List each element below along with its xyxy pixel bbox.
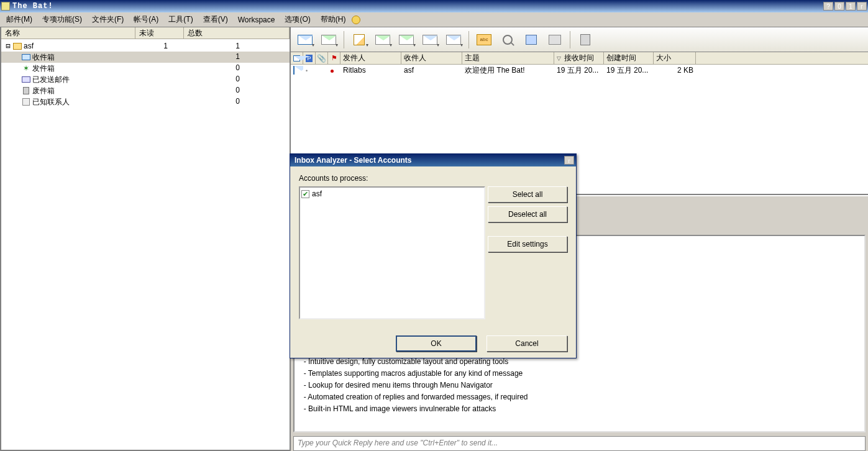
help-button[interactable]: ? (823, 2, 833, 11)
folder-icon (13, 43, 22, 50)
tree-sent-label: 已发送邮件 (31, 75, 70, 85)
edit-settings-button[interactable]: Edit settings (488, 236, 567, 252)
forward-icon (423, 35, 437, 45)
select-all-button[interactable]: Select all (488, 186, 567, 203)
maximize-button[interactable]: 1 (846, 2, 856, 11)
cancel-button[interactable]: Cancel (487, 335, 567, 352)
msg-sender: Ritlabs (340, 66, 401, 75)
menu-account[interactable]: 帐号(A) (130, 13, 162, 26)
print-button[interactable] (544, 30, 565, 50)
tree-trash-total: 0 (186, 86, 290, 96)
envelope-icon (293, 55, 300, 62)
tree-contacts-total: 0 (186, 97, 290, 107)
contacts-icon (22, 98, 30, 106)
msg-created: 19 五月 20... (604, 65, 654, 76)
tree-sent-total: 0 (186, 75, 290, 85)
delete-icon (580, 34, 590, 45)
msg-size: 2 KB (654, 66, 696, 75)
tree-account[interactable]: ⊟asf 1 1 (1, 40, 290, 52)
tree-inbox-total: 1 (186, 52, 290, 63)
tree-outbox[interactable]: ✶发件箱 0 (1, 63, 290, 74)
tree-contacts[interactable]: 已知联系人 0 (1, 96, 290, 107)
col-recipient[interactable]: 收件人 (401, 52, 462, 64)
ok-button[interactable]: OK (396, 335, 477, 352)
menu-folder[interactable]: 文件夹(F) (88, 13, 127, 26)
receive-button[interactable] (295, 30, 316, 50)
flag-dot-icon (331, 70, 334, 73)
deselect-all-button[interactable]: Deselect all (488, 206, 567, 222)
window-title: The Bat! (12, 2, 53, 11)
folder-tree[interactable]: ⊟asf 1 1 收件箱 1 ✶发件箱 0 (1, 39, 290, 450)
message-row[interactable]: • Ritlabs asf 欢迎使用 The Bat! 19 五月 20... … (291, 65, 868, 76)
col-created[interactable]: 创建时间 (604, 52, 654, 64)
tree-trash-label: 废件箱 (31, 86, 55, 96)
account-item-label: asf (312, 189, 322, 198)
col-sender[interactable]: 发件人 (340, 52, 401, 64)
msg-received: 19 五月 20... (554, 65, 604, 76)
account-list[interactable]: ✔ asf (299, 186, 485, 319)
tree-account-unread: 1 (138, 42, 186, 50)
separator (344, 31, 344, 48)
col-subject[interactable]: 主题 (462, 52, 554, 64)
col-size[interactable]: 大小 (654, 52, 696, 64)
abc-icon: abc (477, 34, 491, 45)
account-item[interactable]: ✔ asf (301, 189, 483, 199)
tree-account-total: 1 (186, 42, 290, 50)
redirect-icon (446, 35, 461, 45)
tree-trash[interactable]: 废件箱 0 (1, 85, 290, 96)
reply-all-button[interactable] (396, 30, 417, 50)
col-attach-icon[interactable]: 📎 (316, 52, 328, 64)
compose-icon (354, 34, 365, 45)
menubar: 邮件(M) 专项功能(S) 文件夹(F) 帐号(A) 工具(T) 查看(V) W… (0, 12, 868, 27)
flag-icon: ⚑ (331, 54, 337, 62)
print-icon (549, 35, 561, 45)
menu-workspace[interactable]: Workspace (234, 14, 279, 25)
folder-tree-panel: 名称 未读 总数 ⊟asf 1 1 收件箱 1 ✶发件 (0, 27, 291, 451)
close-button[interactable]: r (857, 2, 867, 11)
delete-button[interactable] (575, 30, 596, 50)
trash-icon (23, 87, 29, 94)
menu-mail[interactable]: 邮件(M) (2, 13, 36, 26)
search-icon (503, 35, 513, 45)
menu-help[interactable]: 帮助(H) (317, 13, 350, 26)
col-unread[interactable]: 未读 (135, 27, 184, 39)
col-status-icon[interactable] (291, 52, 303, 64)
addressbook-button[interactable] (521, 30, 542, 50)
spellcheck-button[interactable]: abc (473, 30, 495, 50)
col-total[interactable]: 总数 (184, 27, 290, 39)
gear-icon[interactable] (352, 16, 360, 24)
attachment-icon: 📎 (317, 54, 326, 63)
window-titlebar: The Bat! ? 0 1 r (0, 0, 868, 12)
checkbox-icon[interactable]: ✔ (301, 190, 309, 198)
forward-button[interactable] (419, 30, 441, 50)
tree-contacts-label: 已知联系人 (31, 97, 70, 107)
dialog-title: Inbox Analyzer - Select Accounts (295, 156, 412, 165)
tree-outbox-total: 0 (186, 63, 290, 74)
search-button[interactable] (497, 30, 518, 50)
col-received[interactable]: 接收时间 (554, 52, 604, 64)
menu-options[interactable]: 选项(O) (281, 13, 314, 26)
dialog-label: Accounts to process: (299, 174, 567, 183)
minimize-button[interactable]: 0 (834, 2, 844, 11)
col-name[interactable]: 名称 (1, 27, 135, 39)
reply-button[interactable] (372, 30, 393, 50)
tree-outbox-label: 发件箱 (31, 63, 55, 74)
message-list-header: P 📎 ⚑ 发件人 收件人 主题 接收时间 创建时间 大小 (291, 52, 868, 65)
redirect-button[interactable] (443, 30, 464, 50)
app-icon (1, 2, 10, 11)
compose-button[interactable] (349, 30, 370, 50)
send-button[interactable] (318, 30, 339, 50)
folder-tree-header: 名称 未读 总数 (1, 27, 290, 39)
menu-special[interactable]: 专项功能(S) (39, 13, 86, 26)
menu-view[interactable]: 查看(V) (199, 13, 232, 26)
tree-inbox[interactable]: 收件箱 1 (1, 52, 290, 63)
tree-sent[interactable]: 已发送邮件 0 (1, 74, 290, 85)
menu-tools[interactable]: 工具(T) (165, 13, 196, 26)
msg-recipient: asf (401, 66, 462, 75)
envelope-icon (293, 66, 295, 75)
msg-subject: 欢迎使用 The Bat! (462, 65, 554, 76)
quick-reply-input[interactable]: Type your Quick Reply here and use "Ctrl… (293, 436, 866, 451)
dialog-close-button[interactable]: r (564, 156, 574, 165)
separator (570, 31, 570, 48)
col-flag-icon[interactable]: ⚑ (328, 52, 340, 64)
